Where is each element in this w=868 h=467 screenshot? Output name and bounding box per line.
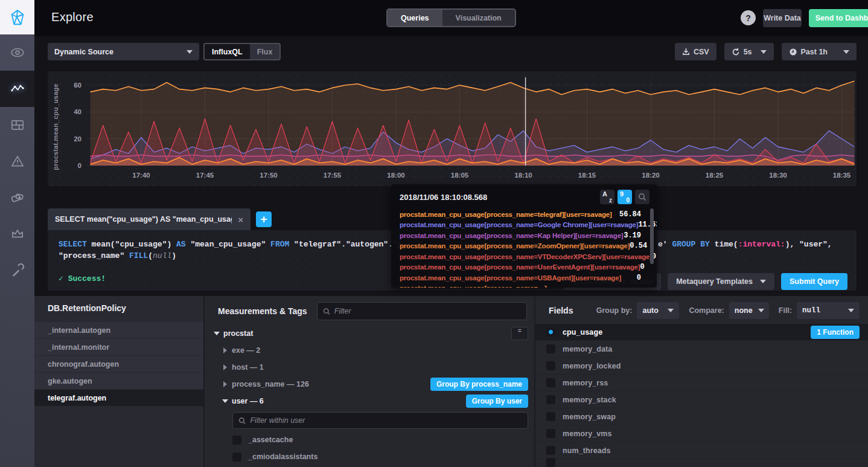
field-row[interactable]	[535, 459, 868, 466]
tag-value-row[interactable]: _assetcache	[205, 431, 534, 448]
group-by-tag-button[interactable]: Group By process_name	[430, 378, 528, 391]
sidebar-item-admin[interactable]	[0, 216, 34, 252]
function-count-badge[interactable]: 1 Function	[811, 326, 860, 339]
time-range-value: Past 1h	[801, 48, 828, 56]
measurement-procstat[interactable]: procstat=	[205, 325, 534, 342]
add-query-button[interactable]: +	[256, 211, 272, 227]
field-row[interactable]: memory_data	[535, 341, 868, 358]
send-to-dashboard-button[interactable]: Send to Dashboard	[809, 9, 868, 27]
query-tab[interactable]: SELECT mean("cpu_usage") AS "mean_cpu_us…	[48, 208, 251, 230]
checkbox[interactable]	[546, 458, 555, 467]
tab-visualization[interactable]: Visualization	[442, 10, 515, 26]
legend-series-value: 3.19	[624, 231, 641, 240]
auto-refresh-dropdown[interactable]: 5s	[724, 43, 774, 60]
svg-text:40: 40	[74, 108, 81, 115]
field-row[interactable]: memory_swap	[535, 408, 868, 425]
fields-panel-title: Fields	[549, 306, 573, 315]
checkbox[interactable]	[546, 429, 555, 438]
source-controls-row: Dynamic Source InfluxQL Flux CSV 5s Past…	[34, 36, 868, 66]
tag-key-item[interactable]: process_name — 126Group By process_name	[205, 376, 534, 393]
fill-dropdown[interactable]: null	[797, 302, 860, 319]
checkbox[interactable]	[546, 361, 555, 370]
chronograf-logo[interactable]	[0, 0, 34, 34]
db-retention-item[interactable]: gke.autogen	[34, 373, 203, 390]
submit-query-button[interactable]: Submit Query	[781, 273, 847, 290]
gem-icon	[8, 8, 27, 27]
field-row[interactable]: memory_rss	[535, 375, 868, 391]
help-button[interactable]: ?	[741, 10, 756, 25]
fields-panel: Fields Group by: auto Compare: none Fill…	[534, 296, 868, 467]
checkbox[interactable]	[232, 436, 241, 445]
tag-key-item[interactable]: host — 1	[205, 359, 534, 376]
sidebar-item-tasks[interactable]	[0, 179, 34, 216]
checkbox[interactable]	[546, 412, 555, 421]
sidebar-item-configuration[interactable]	[0, 252, 34, 288]
tag-values-filter-input[interactable]	[250, 416, 522, 425]
legend-row: procstat.mean_cpu_usage[process_name=Kap…	[391, 230, 657, 241]
pulse-graph-icon	[10, 81, 25, 97]
tab-queries[interactable]: Queries	[388, 10, 442, 26]
timeseries-chart-panel[interactable]: procstat.mean_cpu_usage 020406017:4017:4…	[48, 71, 857, 186]
legend-scrollbar[interactable]	[650, 208, 654, 264]
sidebar-item-data-explorer[interactable]	[0, 71, 34, 107]
close-icon[interactable]: ×	[238, 214, 243, 225]
timeseries-chart[interactable]: 020406017:4017:4517:5017:5518:0018:0518:…	[48, 72, 857, 185]
svg-text:18:20: 18:20	[642, 172, 659, 179]
legend-search-button[interactable]	[635, 190, 649, 204]
checkbox[interactable]	[546, 378, 555, 387]
sidebar-item-dashboards[interactable]	[0, 107, 34, 143]
svg-text:17:55: 17:55	[324, 172, 342, 179]
measurement-settings-button[interactable]: =	[511, 327, 528, 340]
schema-explorer: DB.RetentionPolicy _internal.autogen_int…	[34, 296, 868, 467]
legend-row: procstat.mean_cpu_usage[process_name=Goo…	[391, 220, 657, 231]
tag-key-item[interactable]: exe — 2	[205, 342, 534, 359]
tag-value-row[interactable]: _cmiodalassistants	[205, 448, 534, 465]
db-retention-item[interactable]: telegraf.autogen	[34, 390, 203, 407]
language-flux[interactable]: Flux	[250, 44, 280, 59]
checkbox[interactable]	[546, 327, 555, 337]
query-status: ✓ Success!	[59, 274, 106, 283]
sort-numeric-button[interactable]: 9 0	[617, 190, 632, 204]
field-label: memory_rss	[563, 379, 608, 387]
refresh-icon	[732, 48, 740, 56]
db-retention-item[interactable]: _internal.autogen	[34, 322, 203, 339]
tag-key-item[interactable]: user — 6Group By user	[205, 393, 534, 410]
sort-alphabetical-button[interactable]: A z	[600, 190, 614, 204]
tag-values-filter[interactable]	[232, 412, 528, 429]
field-row[interactable]: num_threads	[535, 442, 868, 459]
checkbox[interactable]	[546, 395, 555, 404]
time-range-dropdown[interactable]: Past 1h	[782, 43, 857, 60]
measurements-filter-input[interactable]	[334, 307, 521, 315]
db-retention-item[interactable]: chronograf.autogen	[34, 356, 203, 373]
field-row[interactable]: cpu_usage1 Function	[535, 324, 868, 341]
svg-text:60: 60	[74, 82, 81, 89]
compare-dropdown[interactable]: none	[729, 302, 769, 319]
group-by-dropdown[interactable]: auto	[637, 302, 679, 319]
field-row[interactable]: memory_vms	[535, 425, 868, 442]
checkbox[interactable]	[232, 453, 241, 462]
measurements-filter[interactable]	[317, 302, 527, 320]
query-language-toggle: InfluxQL Flux	[203, 43, 281, 60]
fill-value: null	[802, 306, 820, 315]
checkbox[interactable]	[546, 446, 555, 455]
sidebar-item-alerting[interactable]	[0, 143, 34, 179]
wrench-icon	[10, 262, 25, 278]
write-data-button[interactable]: Write Data	[763, 9, 802, 27]
db-retention-item[interactable]: _internal.monitor	[34, 339, 203, 356]
tag-value-label: _cmiodalassistants	[248, 453, 318, 461]
field-row[interactable]: memory_stack	[535, 391, 868, 408]
field-row[interactable]: memory_locked	[535, 358, 868, 375]
legend-series-label: procstat.mean_cpu_usage[process_name=Goo…	[400, 221, 638, 228]
svg-text:18:35: 18:35	[833, 172, 851, 179]
language-influxql[interactable]: InfluxQL	[205, 44, 250, 59]
source-dropdown[interactable]: Dynamic Source	[48, 43, 199, 60]
eye-icon	[10, 45, 25, 60]
checkbox[interactable]	[546, 344, 555, 353]
group-by-tag-button[interactable]: Group By user	[466, 395, 528, 408]
download-csv-button[interactable]: CSV	[675, 43, 716, 60]
metaquery-templates-dropdown[interactable]: Metaquery Templates	[668, 273, 774, 290]
chevron-down-icon	[668, 309, 674, 312]
sidebar-item-status[interactable]	[0, 34, 34, 71]
search-icon	[238, 417, 246, 425]
chevron-down-icon	[843, 50, 849, 54]
